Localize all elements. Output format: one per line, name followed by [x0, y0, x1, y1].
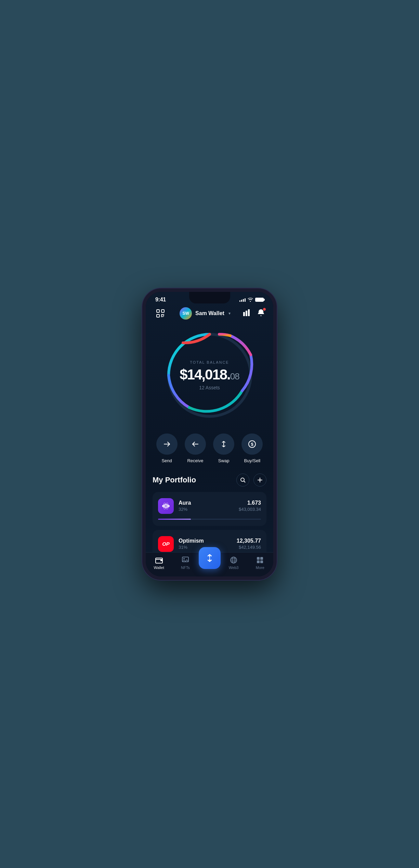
- svg-rect-8: [246, 311, 247, 316]
- balance-circle: TOTAL BALANCE $14,018.08 12 Assets: [162, 327, 258, 423]
- svg-rect-38: [260, 557, 263, 560]
- balance-section: TOTAL BALANCE $14,018.08 12 Assets: [146, 324, 273, 430]
- search-button[interactable]: [236, 474, 249, 487]
- send-label: Send: [161, 458, 172, 463]
- balance-display: TOTAL BALANCE $14,018.08 12 Assets: [180, 360, 239, 390]
- scan-button[interactable]: [154, 307, 167, 320]
- aura-icon: [158, 498, 174, 514]
- balance-assets-count: 12 Assets: [180, 385, 239, 390]
- status-icons: [239, 298, 264, 302]
- buysell-button[interactable]: $ Buy/Sell: [241, 433, 263, 463]
- nav-center-swap-button[interactable]: [199, 547, 221, 569]
- more-icon: [256, 556, 264, 564]
- svg-line-17: [244, 481, 245, 482]
- wallet-name: Sam Wallet: [195, 310, 224, 316]
- svg-point-16: [241, 478, 244, 481]
- optimism-icon: OP: [158, 536, 174, 552]
- action-buttons: Send Receive: [146, 430, 273, 474]
- notification-button[interactable]: [257, 309, 265, 318]
- svg-point-29: [183, 558, 185, 559]
- screen: 9:41: [146, 292, 273, 576]
- receive-button[interactable]: Receive: [185, 433, 206, 463]
- portfolio-header: My Portfolio: [153, 474, 266, 487]
- svg-rect-40: [260, 560, 263, 563]
- balance-main: $14,018.: [180, 366, 230, 383]
- nav-more-label: More: [256, 566, 264, 570]
- optimism-usd: $42,149.56: [237, 545, 261, 550]
- svg-rect-7: [243, 312, 245, 316]
- svg-rect-37: [257, 557, 260, 560]
- portfolio-actions: [236, 474, 266, 487]
- optimism-name: Optimism: [179, 538, 232, 544]
- svg-text:$: $: [251, 442, 254, 447]
- avatar: SW: [180, 307, 192, 320]
- balance-label: TOTAL BALANCE: [180, 360, 239, 364]
- wallet-icon: [155, 556, 163, 564]
- app-header: SW Sam Wallet ▾: [146, 303, 273, 324]
- aura-progress-bar: [158, 519, 261, 520]
- buysell-label: Buy/Sell: [244, 458, 261, 463]
- nfts-icon: [181, 556, 189, 564]
- balance-amount: $14,018.08: [180, 366, 239, 383]
- bottom-nav: Wallet NFTs: [146, 552, 273, 576]
- chart-button[interactable]: [243, 309, 251, 318]
- nav-web3-label: Web3: [229, 566, 239, 570]
- add-asset-button[interactable]: [253, 474, 266, 487]
- svg-rect-2: [157, 314, 159, 317]
- nav-more[interactable]: More: [247, 556, 273, 570]
- notification-badge: [263, 308, 266, 311]
- send-button[interactable]: Send: [156, 433, 178, 463]
- header-right: [243, 309, 265, 318]
- nav-web3[interactable]: Web3: [221, 556, 247, 570]
- web3-icon: [230, 556, 238, 564]
- wallet-selector[interactable]: SW Sam Wallet ▾: [180, 307, 231, 320]
- nav-nfts-label: NFTs: [181, 566, 190, 570]
- signal-icon: [239, 298, 246, 302]
- aura-amount: 1.673: [239, 500, 261, 506]
- aura-percent: 32%: [179, 507, 234, 512]
- svg-rect-26: [160, 560, 162, 561]
- svg-rect-1: [161, 310, 164, 312]
- aura-usd: $43,003.34: [239, 507, 261, 512]
- svg-rect-0: [157, 310, 159, 312]
- nav-wallet[interactable]: Wallet: [146, 556, 172, 570]
- svg-rect-9: [248, 309, 250, 316]
- asset-card-aura[interactable]: Aura 32% 1.673 $43,003.34: [153, 492, 266, 526]
- nav-nfts[interactable]: NFTs: [172, 556, 198, 570]
- svg-text:OP: OP: [162, 541, 170, 547]
- portfolio-title: My Portfolio: [153, 476, 196, 484]
- phone-frame: 9:41: [142, 288, 277, 580]
- notch: [189, 292, 230, 303]
- svg-rect-39: [257, 560, 260, 563]
- aura-name: Aura: [179, 500, 234, 506]
- status-time: 9:41: [155, 297, 166, 303]
- wifi-icon: [248, 298, 253, 302]
- chevron-down-icon: ▾: [228, 311, 231, 316]
- balance-cents: 08: [230, 371, 239, 382]
- optimism-amount: 12,305.77: [237, 538, 261, 544]
- battery-icon: [255, 298, 264, 302]
- swap-button[interactable]: Swap: [213, 433, 234, 463]
- nav-wallet-label: Wallet: [154, 566, 164, 570]
- swap-label: Swap: [218, 458, 230, 463]
- receive-label: Receive: [187, 458, 203, 463]
